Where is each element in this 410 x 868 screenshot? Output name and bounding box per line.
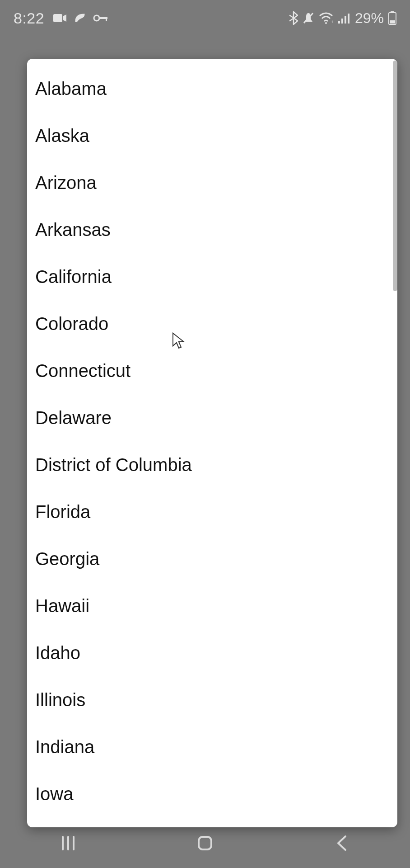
mute-icon [303,12,314,24]
list-item[interactable]: Alabama [27,65,397,112]
list-item[interactable]: Idaho [27,629,397,676]
back-button[interactable] [301,835,382,852]
list-item[interactable]: District of Columbia [27,441,397,488]
system-navbar [0,818,410,868]
list-item[interactable]: Delaware [27,394,397,441]
list-item[interactable]: Illinois [27,676,397,723]
svg-rect-3 [106,17,107,21]
list-item[interactable]: Arkansas [27,206,397,253]
state-select-modal: Alabama Alaska Arizona Arkansas Californ… [27,59,397,827]
list-item[interactable]: Hawaii [27,582,397,629]
svg-rect-9 [345,16,346,24]
list-item[interactable]: Alaska [27,112,397,159]
bluetooth-icon [289,11,298,25]
svg-point-5 [325,22,327,24]
svg-rect-0 [53,14,62,22]
svg-point-1 [94,15,99,21]
home-button[interactable] [164,835,246,852]
list-item[interactable]: Georgia [27,535,397,582]
list-item[interactable]: California [27,253,397,300]
svg-rect-8 [341,19,343,24]
svg-rect-7 [338,21,340,24]
video-icon [53,13,67,23]
signal-icon [338,13,350,24]
list-item[interactable]: Iowa [27,770,397,817]
svg-text:+: + [331,19,333,24]
recents-button[interactable] [28,835,109,851]
key-icon [93,14,108,22]
list-item[interactable]: Indiana [27,723,397,770]
list-item[interactable]: Colorado [27,300,397,347]
svg-rect-17 [199,837,211,849]
svg-rect-13 [390,20,395,24]
list-item[interactable]: Connecticut [27,347,397,394]
svg-rect-10 [348,14,349,24]
status-bar: 8:22 + 29% [0,0,410,36]
scrollbar-thumb[interactable] [393,61,397,291]
status-bar-right: + 29% [289,10,396,27]
wifi-icon: + [319,12,333,24]
battery-text: 29% [355,10,384,27]
cast-icon [73,12,87,24]
battery-icon [388,11,396,25]
state-list[interactable]: Alabama Alaska Arizona Arkansas Californ… [27,59,397,827]
list-item[interactable]: Arizona [27,159,397,206]
status-bar-left: 8:22 [14,9,108,27]
list-item[interactable]: Florida [27,488,397,535]
status-time: 8:22 [14,9,44,27]
